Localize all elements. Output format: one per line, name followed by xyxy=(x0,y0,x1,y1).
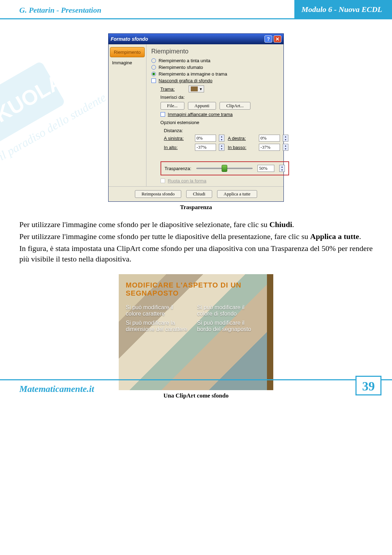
spin-destra[interactable]: ▴▾ xyxy=(283,135,288,142)
help-icon[interactable]: ? xyxy=(264,36,272,43)
lbl-destra: A destra: xyxy=(228,136,256,141)
lbl-tile: Immagini affiancate come trama xyxy=(168,112,233,117)
combo-trama[interactable]: ▼ xyxy=(189,85,204,92)
footer-site: Matematicamente.it xyxy=(19,380,355,394)
page-footer: Matematicamente.it 39 xyxy=(0,379,392,399)
caption-fig1: Trasparenza xyxy=(19,204,373,211)
panel-title: Riempimento xyxy=(151,48,289,55)
spin-trasparenza[interactable]: ▴▾ xyxy=(279,165,285,172)
chk-ruota xyxy=(161,179,165,183)
lbl-trasparenza: Trasparenza: xyxy=(165,166,191,171)
header-left: G. Pettarin - Presentation xyxy=(19,0,294,18)
inp-trasparenza[interactable]: 50% xyxy=(257,165,274,172)
btn-clipart[interactable]: ClipArt... xyxy=(220,102,250,110)
tab-immagine[interactable]: Immagine xyxy=(109,58,146,67)
spin-sinistra[interactable]: ▴▾ xyxy=(219,135,224,142)
close-icon[interactable]: ✕ xyxy=(274,36,281,43)
btn-file[interactable]: File... xyxy=(161,102,184,110)
spin-basso[interactable]: ▴▾ xyxy=(283,144,288,151)
btn-reimposta[interactable]: Reimposta sfondo xyxy=(135,190,181,198)
page-number: 39 xyxy=(355,376,381,395)
opt-hidebg-label: Nascondi grafica di sfondo xyxy=(159,78,213,83)
btn-appunti[interactable]: Appunti xyxy=(188,102,216,110)
radio-solid[interactable] xyxy=(151,58,156,63)
inp-basso[interactable]: -37% xyxy=(259,144,280,151)
lbl-inserisci-da: Inserisci da: xyxy=(161,95,185,100)
para-3: In figura, è stata impostata una ClipArt… xyxy=(19,243,373,264)
page-header: G. Pettarin - Presentation Modulo 6 - Nu… xyxy=(0,0,392,19)
lbl-trama: Trama: xyxy=(161,86,185,92)
formato-sfondo-dialog: Formato sfondo ? ✕ Riempimento Immagine … xyxy=(108,33,284,202)
lbl-basso: In basso: xyxy=(228,145,256,150)
lbl-opzioni: Opzioni estensione xyxy=(161,120,289,125)
dialog-titlebar: Formato sfondo ? ✕ xyxy=(109,34,283,44)
opt-picture-label: Riempimento a immagine o trama xyxy=(159,71,227,77)
slide-col-2: Si può modificare il colore di sfondo Si… xyxy=(197,302,260,335)
inp-destra[interactable]: 0% xyxy=(259,135,280,142)
trasparenza-highlight: Trasparenza: 50% ▴▾ xyxy=(161,161,289,175)
header-right: Modulo 6 - Nuova ECDL xyxy=(294,0,392,18)
lbl-distanza: Distanza: xyxy=(164,128,289,133)
para-2: Per utilizzare l'immagine come sfondo pe… xyxy=(19,231,373,242)
dialog-sidebar: Riempimento Immagine xyxy=(109,44,146,186)
para-1: Per utilizzare l'immagine come sfondo pe… xyxy=(19,219,373,230)
radio-gradient[interactable] xyxy=(151,65,156,70)
btn-applica-tutte[interactable]: Applica a tutte xyxy=(217,190,257,198)
opt-solid-label: Riempimento a tinta unita xyxy=(159,58,210,63)
slide-col-1: Si può modificare il colore carattere Si… xyxy=(126,302,189,335)
dialog-title: Formato sfondo xyxy=(111,36,263,42)
lbl-alto: In alto: xyxy=(164,145,192,150)
spin-alto[interactable]: ▴▾ xyxy=(219,144,224,151)
lbl-ruota: Ruota con la forma xyxy=(168,178,207,183)
tab-riempimento[interactable]: Riempimento xyxy=(110,47,145,57)
radio-picture[interactable] xyxy=(151,72,156,76)
inp-alto[interactable]: -37% xyxy=(195,144,216,151)
lbl-sinistra: A sinistra: xyxy=(164,136,192,141)
chk-hide-bg[interactable] xyxy=(151,78,156,83)
chk-tile[interactable] xyxy=(161,112,165,117)
slide-title: MODIFICARE L'ASPETTO DI UN SEGNAPOSTO xyxy=(119,274,267,299)
slide-preview: MODIFICARE L'ASPETTO DI UN SEGNAPOSTO Si… xyxy=(119,274,273,390)
btn-chiudi[interactable]: Chiudi xyxy=(186,190,212,198)
slider-trasparenza[interactable] xyxy=(196,167,253,169)
inp-sinistra[interactable]: 0% xyxy=(195,135,216,142)
opt-gradient-label: Riempimento sfumato xyxy=(159,65,203,70)
